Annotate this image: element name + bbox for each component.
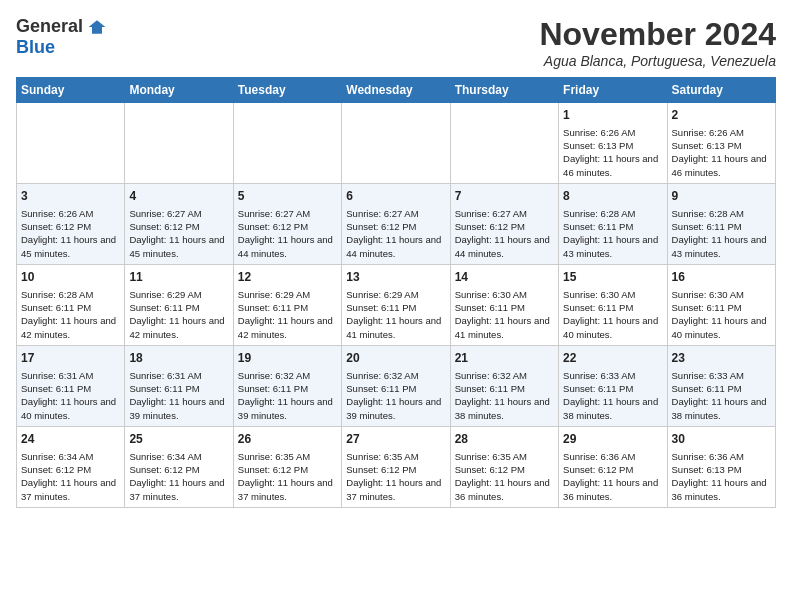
calendar-cell: 23Sunrise: 6:33 AMSunset: 6:11 PMDayligh…: [667, 345, 775, 426]
calendar-table: SundayMondayTuesdayWednesdayThursdayFrid…: [16, 77, 776, 508]
calendar-cell: 24Sunrise: 6:34 AMSunset: 6:12 PMDayligh…: [17, 426, 125, 507]
day-info: Daylight: 11 hours and 38 minutes.: [563, 395, 662, 422]
calendar-week-row: 17Sunrise: 6:31 AMSunset: 6:11 PMDayligh…: [17, 345, 776, 426]
day-info: Sunrise: 6:29 AM: [129, 288, 228, 301]
day-info: Sunrise: 6:35 AM: [238, 450, 337, 463]
calendar-cell: 21Sunrise: 6:32 AMSunset: 6:11 PMDayligh…: [450, 345, 558, 426]
day-info: Sunrise: 6:28 AM: [563, 207, 662, 220]
day-info: Daylight: 11 hours and 36 minutes.: [455, 476, 554, 503]
day-info: Sunset: 6:12 PM: [238, 220, 337, 233]
day-info: Daylight: 11 hours and 42 minutes.: [21, 314, 120, 341]
day-info: Sunrise: 6:33 AM: [563, 369, 662, 382]
day-info: Daylight: 11 hours and 39 minutes.: [346, 395, 445, 422]
calendar-cell: 6Sunrise: 6:27 AMSunset: 6:12 PMDaylight…: [342, 183, 450, 264]
calendar-cell: 7Sunrise: 6:27 AMSunset: 6:12 PMDaylight…: [450, 183, 558, 264]
day-info: Daylight: 11 hours and 44 minutes.: [455, 233, 554, 260]
day-number: 16: [672, 269, 771, 286]
day-info: Sunrise: 6:31 AM: [129, 369, 228, 382]
day-info: Daylight: 11 hours and 43 minutes.: [672, 233, 771, 260]
calendar-cell: 1Sunrise: 6:26 AMSunset: 6:13 PMDaylight…: [559, 103, 667, 184]
day-number: 13: [346, 269, 445, 286]
logo-blue-text: Blue: [16, 37, 55, 58]
day-info: Sunset: 6:11 PM: [129, 382, 228, 395]
calendar-cell: 27Sunrise: 6:35 AMSunset: 6:12 PMDayligh…: [342, 426, 450, 507]
day-info: Sunrise: 6:35 AM: [455, 450, 554, 463]
calendar-header-monday: Monday: [125, 78, 233, 103]
day-number: 23: [672, 350, 771, 367]
day-info: Daylight: 11 hours and 41 minutes.: [346, 314, 445, 341]
day-number: 30: [672, 431, 771, 448]
day-info: Sunset: 6:13 PM: [672, 463, 771, 476]
day-info: Sunrise: 6:29 AM: [346, 288, 445, 301]
day-number: 3: [21, 188, 120, 205]
day-info: Sunrise: 6:33 AM: [672, 369, 771, 382]
logo-general-text: General: [16, 16, 83, 37]
day-info: Daylight: 11 hours and 39 minutes.: [129, 395, 228, 422]
calendar-cell: 26Sunrise: 6:35 AMSunset: 6:12 PMDayligh…: [233, 426, 341, 507]
calendar-cell: [342, 103, 450, 184]
calendar-cell: [17, 103, 125, 184]
day-info: Daylight: 11 hours and 36 minutes.: [672, 476, 771, 503]
day-info: Sunset: 6:12 PM: [21, 463, 120, 476]
calendar-cell: 19Sunrise: 6:32 AMSunset: 6:11 PMDayligh…: [233, 345, 341, 426]
day-info: Sunset: 6:11 PM: [238, 301, 337, 314]
day-info: Sunrise: 6:34 AM: [129, 450, 228, 463]
calendar-cell: 20Sunrise: 6:32 AMSunset: 6:11 PMDayligh…: [342, 345, 450, 426]
day-info: Daylight: 11 hours and 40 minutes.: [21, 395, 120, 422]
day-number: 4: [129, 188, 228, 205]
location: Agua Blanca, Portuguesa, Venezuela: [539, 53, 776, 69]
day-info: Sunrise: 6:29 AM: [238, 288, 337, 301]
day-info: Sunset: 6:11 PM: [455, 382, 554, 395]
day-info: Sunset: 6:11 PM: [346, 301, 445, 314]
day-number: 12: [238, 269, 337, 286]
day-number: 9: [672, 188, 771, 205]
day-info: Sunrise: 6:28 AM: [21, 288, 120, 301]
day-info: Sunset: 6:11 PM: [21, 301, 120, 314]
day-info: Sunrise: 6:27 AM: [238, 207, 337, 220]
day-info: Sunrise: 6:35 AM: [346, 450, 445, 463]
day-info: Sunrise: 6:27 AM: [129, 207, 228, 220]
day-number: 11: [129, 269, 228, 286]
day-info: Daylight: 11 hours and 45 minutes.: [129, 233, 228, 260]
day-info: Sunrise: 6:32 AM: [238, 369, 337, 382]
calendar-cell: 15Sunrise: 6:30 AMSunset: 6:11 PMDayligh…: [559, 264, 667, 345]
calendar-cell: [233, 103, 341, 184]
day-info: Daylight: 11 hours and 41 minutes.: [455, 314, 554, 341]
day-info: Sunrise: 6:36 AM: [563, 450, 662, 463]
day-info: Sunset: 6:12 PM: [455, 220, 554, 233]
day-number: 8: [563, 188, 662, 205]
day-info: Daylight: 11 hours and 37 minutes.: [238, 476, 337, 503]
day-info: Sunset: 6:12 PM: [238, 463, 337, 476]
day-number: 22: [563, 350, 662, 367]
calendar-cell: 29Sunrise: 6:36 AMSunset: 6:12 PMDayligh…: [559, 426, 667, 507]
day-info: Sunset: 6:11 PM: [563, 382, 662, 395]
day-number: 7: [455, 188, 554, 205]
day-info: Sunset: 6:11 PM: [238, 382, 337, 395]
day-number: 18: [129, 350, 228, 367]
day-info: Sunset: 6:11 PM: [455, 301, 554, 314]
day-info: Sunset: 6:11 PM: [563, 301, 662, 314]
day-number: 24: [21, 431, 120, 448]
calendar-cell: 3Sunrise: 6:26 AMSunset: 6:12 PMDaylight…: [17, 183, 125, 264]
day-info: Sunrise: 6:34 AM: [21, 450, 120, 463]
calendar-week-row: 1Sunrise: 6:26 AMSunset: 6:13 PMDaylight…: [17, 103, 776, 184]
day-info: Sunset: 6:12 PM: [455, 463, 554, 476]
day-info: Sunrise: 6:32 AM: [455, 369, 554, 382]
day-info: Sunset: 6:11 PM: [672, 382, 771, 395]
day-number: 21: [455, 350, 554, 367]
day-info: Sunrise: 6:32 AM: [346, 369, 445, 382]
logo-icon: [87, 17, 107, 37]
day-info: Sunrise: 6:26 AM: [672, 126, 771, 139]
day-number: 20: [346, 350, 445, 367]
day-info: Sunrise: 6:36 AM: [672, 450, 771, 463]
month-title: November 2024: [539, 16, 776, 53]
day-info: Sunset: 6:11 PM: [129, 301, 228, 314]
calendar-cell: 5Sunrise: 6:27 AMSunset: 6:12 PMDaylight…: [233, 183, 341, 264]
day-info: Sunset: 6:12 PM: [129, 220, 228, 233]
calendar-week-row: 10Sunrise: 6:28 AMSunset: 6:11 PMDayligh…: [17, 264, 776, 345]
day-info: Daylight: 11 hours and 45 minutes.: [21, 233, 120, 260]
day-number: 27: [346, 431, 445, 448]
day-info: Daylight: 11 hours and 40 minutes.: [672, 314, 771, 341]
calendar-cell: 10Sunrise: 6:28 AMSunset: 6:11 PMDayligh…: [17, 264, 125, 345]
calendar-cell: 2Sunrise: 6:26 AMSunset: 6:13 PMDaylight…: [667, 103, 775, 184]
